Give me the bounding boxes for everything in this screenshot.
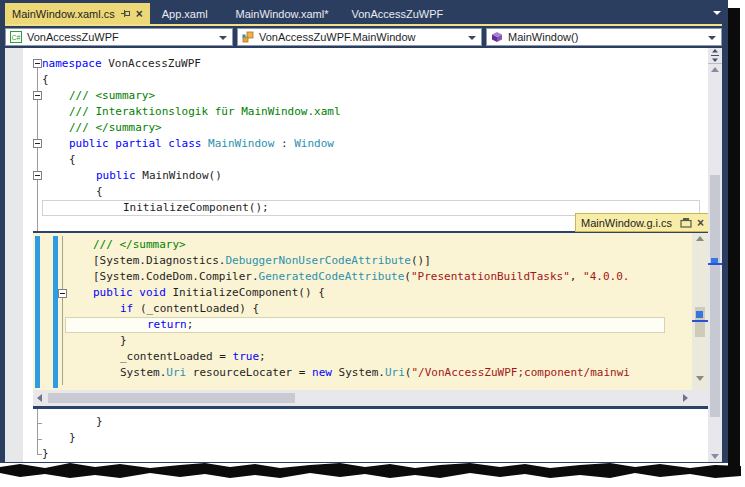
code-line: /// </summary> bbox=[65, 237, 665, 253]
code-token: System. bbox=[120, 366, 166, 379]
scroll-right-icon[interactable] bbox=[683, 394, 688, 402]
code-token: : bbox=[274, 137, 294, 150]
peek-header-tab[interactable]: MainWindow.g.i.cs × bbox=[575, 213, 710, 232]
code-token: { bbox=[69, 153, 76, 166]
code-token: Uri bbox=[166, 366, 186, 379]
code-line: { bbox=[42, 72, 700, 88]
code-token: Uri bbox=[385, 366, 405, 379]
main-vertical-scrollbar[interactable] bbox=[708, 48, 722, 462]
code-token: namespace bbox=[42, 57, 108, 70]
type-dropdown[interactable]: VonAccessZuWPF.MainWindow bbox=[237, 28, 482, 46]
code-token: "/VonAccessZuWPF;component/mainwi bbox=[411, 366, 630, 379]
split-editor-handle[interactable] bbox=[708, 48, 722, 64]
code-token: ; bbox=[187, 318, 194, 331]
code-token: /// Interaktionslogik für MainWindow.xam… bbox=[69, 105, 341, 118]
tab-mainwindow-xaml-cs[interactable]: MainWindow.xaml.cs × bbox=[5, 3, 150, 24]
change-tracking-bar bbox=[53, 236, 58, 388]
torn-edge bbox=[0, 463, 741, 478]
caret-position-marker bbox=[708, 263, 722, 265]
member-dropdown[interactable]: MainWindow() bbox=[486, 28, 722, 46]
scroll-thumb[interactable] bbox=[48, 393, 295, 403]
peek-window[interactable]: /// </summary>[System.Diagnostics.Debugg… bbox=[33, 231, 710, 406]
tab-vonaccesszuwpf[interactable]: VonAccessZuWPF bbox=[346, 3, 450, 24]
fold-toggle[interactable] bbox=[33, 91, 42, 100]
code-line: } bbox=[42, 414, 442, 430]
code-token: return bbox=[147, 318, 187, 331]
peek-title: MainWindow.g.i.cs bbox=[581, 217, 672, 229]
tab-app-xaml[interactable]: App.xaml bbox=[156, 3, 214, 24]
folding-margin-line bbox=[37, 408, 38, 455]
code-line: if (_contentLoaded) { bbox=[65, 301, 665, 317]
chevron-down-icon[interactable] bbox=[468, 36, 476, 40]
tab-title: MainWindow.xaml.cs bbox=[12, 8, 115, 20]
scroll-left-icon[interactable] bbox=[37, 394, 42, 402]
chevron-down-icon[interactable] bbox=[219, 36, 227, 40]
fold-toggle[interactable] bbox=[33, 59, 42, 68]
code-token: MainWindow() bbox=[142, 169, 221, 182]
peek-horizontal-scrollbar[interactable] bbox=[33, 390, 710, 406]
code-line: public void InitializeComponent() { bbox=[65, 285, 665, 301]
code-line: } bbox=[42, 430, 442, 446]
code-line: namespace VonAccessZuWPF bbox=[42, 56, 700, 72]
peek-close-icon[interactable]: × bbox=[697, 218, 704, 228]
code-token: resourceLocater = bbox=[186, 366, 312, 379]
scroll-down-icon[interactable] bbox=[696, 376, 704, 381]
code-token: { bbox=[96, 185, 103, 198]
class-icon bbox=[242, 31, 254, 43]
code-token: ; bbox=[259, 350, 266, 363]
member-dropdown-label: MainWindow() bbox=[508, 31, 578, 43]
caret-position-marker bbox=[696, 311, 703, 318]
scroll-up-icon[interactable] bbox=[696, 236, 704, 241]
code-token: } bbox=[42, 447, 49, 460]
peek-folding-margin-line bbox=[62, 236, 63, 385]
scroll-up-icon[interactable] bbox=[711, 67, 719, 72]
chevron-down-icon[interactable] bbox=[708, 36, 716, 40]
code-line: } bbox=[42, 446, 442, 462]
fold-toggle[interactable] bbox=[33, 171, 42, 180]
peek-vertical-scrollbar[interactable] bbox=[692, 233, 708, 390]
fold-toggle[interactable] bbox=[33, 139, 42, 148]
current-code-line: return; bbox=[65, 317, 665, 333]
code-token: /// <summary> bbox=[69, 89, 155, 102]
navigation-bar: C# VonAccessZuWPF VonAccessZuWPF.MainWin… bbox=[5, 26, 722, 48]
code-token: GeneratedCodeAttribute bbox=[259, 270, 405, 283]
code-token: MainWindow bbox=[208, 137, 274, 150]
caret-position-marker bbox=[692, 320, 708, 322]
code-token: true bbox=[233, 350, 260, 363]
scroll-down-icon[interactable] bbox=[711, 454, 719, 459]
code-line: _contentLoaded = true; bbox=[65, 349, 665, 365]
code-token: InitializeComponent(); bbox=[123, 201, 269, 214]
code-line: [System.CodeDom.Compiler.GeneratedCodeAt… bbox=[65, 269, 665, 285]
promote-to-document-icon[interactable] bbox=[680, 218, 692, 228]
screenshot-page: MainWindow.xaml.cs × App.xaml MainWindow… bbox=[0, 0, 745, 487]
code-line: } bbox=[65, 333, 665, 349]
code-token: } bbox=[69, 431, 76, 444]
code-token: InitializeComponent() { bbox=[172, 286, 324, 299]
after-peek-code-block: }}} bbox=[42, 408, 442, 462]
scroll-thumb[interactable] bbox=[710, 175, 720, 417]
code-line: /// Interaktionslogik für MainWindow.xam… bbox=[42, 104, 700, 120]
tab-overflow-chevron-icon[interactable] bbox=[713, 11, 721, 15]
svg-text:C#: C# bbox=[12, 34, 21, 41]
code-token: DebuggerNonUserCodeAttribute bbox=[225, 254, 410, 267]
project-dropdown[interactable]: C# VonAccessZuWPF bbox=[5, 28, 233, 46]
method-icon bbox=[491, 31, 503, 43]
code-token: } bbox=[120, 334, 127, 347]
code-line: public MainWindow() bbox=[42, 168, 700, 184]
code-token: "PresentationBuildTasks" bbox=[411, 270, 570, 283]
code-token: public partial class bbox=[69, 137, 208, 150]
code-line: public partial class MainWindow : Window bbox=[42, 136, 700, 152]
close-icon[interactable]: × bbox=[136, 9, 143, 19]
indicator-margin bbox=[5, 48, 23, 462]
code-line: [System.Diagnostics.DebuggerNonUserCodeA… bbox=[65, 253, 665, 269]
vs-window: MainWindow.xaml.cs × App.xaml MainWindow… bbox=[0, 0, 728, 463]
code-token: } bbox=[96, 415, 103, 428]
csharp-project-icon: C# bbox=[10, 31, 22, 43]
code-token: _contentLoaded = bbox=[120, 350, 233, 363]
code-token: [System.Diagnostics. bbox=[93, 254, 225, 267]
code-token: Window bbox=[294, 137, 334, 150]
code-line: /// <summary> bbox=[42, 88, 700, 104]
window-shadow bbox=[728, 8, 740, 476]
tab-mainwindow-xaml[interactable]: MainWindow.xaml* bbox=[230, 3, 335, 24]
pin-icon[interactable] bbox=[120, 8, 131, 19]
